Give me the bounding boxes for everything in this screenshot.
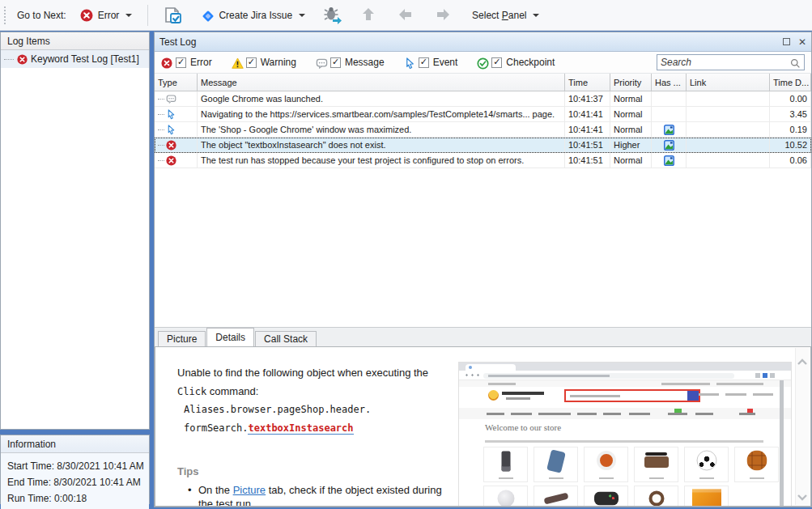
- go-back-button[interactable]: [390, 2, 424, 28]
- nav-badge-red: [747, 409, 753, 413]
- move-up-button[interactable]: [353, 2, 387, 28]
- message-checkbox[interactable]: [330, 57, 341, 68]
- cell-link: [687, 122, 770, 137]
- jira-icon: [201, 9, 214, 22]
- restore-icon[interactable]: [783, 38, 790, 45]
- intro-paragraph: [485, 440, 763, 443]
- tree-line: [158, 129, 164, 130]
- product-thumb-gift-card: [684, 486, 729, 507]
- log-table-empty-area: [155, 168, 811, 328]
- log-row-1[interactable]: Google Chrome was launched. 10:41:37 Nor…: [155, 91, 811, 107]
- cell-time-diff: 0.00: [770, 91, 811, 106]
- end-time: End Time: 8/30/2021 10:41 AM: [7, 474, 142, 490]
- tree-item-keyword-test-log[interactable]: Keyword Test Log [Test1]: [1, 50, 149, 68]
- scroll-down-icon[interactable]: [797, 490, 808, 498]
- search-input[interactable]: [661, 57, 790, 68]
- filter-warning: Warning: [232, 57, 296, 68]
- warning-checkbox[interactable]: [246, 57, 257, 68]
- log-table-header: Type Message Time Priority Has ... Link …: [155, 74, 811, 91]
- product-grid-row1: [483, 447, 779, 482]
- store-header-links: [699, 393, 773, 397]
- error-icon: [17, 54, 28, 65]
- click-command-code: Click: [177, 386, 206, 397]
- col-type[interactable]: Type: [155, 74, 198, 91]
- tab-details[interactable]: Details: [206, 328, 254, 346]
- tab-picture[interactable]: Picture: [158, 331, 206, 346]
- close-icon[interactable]: ✕: [798, 37, 806, 47]
- picture-tab-link[interactable]: Picture: [233, 484, 266, 496]
- favicon: [469, 366, 472, 369]
- information-panel: Information Start Time: 8/30/2021 10:41 …: [0, 435, 150, 504]
- col-priority[interactable]: Priority: [610, 74, 652, 91]
- product-thumb-phone: [483, 447, 528, 482]
- test-log-panel: Test Log ✕ Error Warning Message: [154, 32, 812, 507]
- cell-time-diff: 0.06: [770, 153, 811, 168]
- error-checkbox[interactable]: [176, 57, 186, 68]
- cell-link: [687, 107, 770, 121]
- post-summary-button[interactable]: [156, 2, 190, 28]
- col-time[interactable]: Time: [565, 74, 610, 91]
- create-jira-issue-button[interactable]: Create Jira Issue: [193, 5, 312, 26]
- url-text: [488, 375, 610, 377]
- main-toolbar: Go to Next: Error Create Jira Issue: [0, 0, 812, 31]
- run-time: Run Time: 0:00:18: [7, 490, 142, 507]
- picture-icon: [664, 125, 674, 135]
- tree-item-label: Keyword Test Log [Test1]: [31, 53, 139, 65]
- log-row-5[interactable]: The test run has stopped because your te…: [155, 153, 811, 168]
- cell-message: Google Chrome was launched.: [198, 91, 565, 106]
- log-row-4-selected[interactable]: The object "textboxInstasearch" does not…: [155, 138, 811, 153]
- arrow-up-icon: [360, 6, 380, 24]
- textbox-instasearch-link[interactable]: textboxInstasearch: [248, 422, 353, 435]
- product-thumb-bag: [634, 447, 678, 482]
- col-message[interactable]: Message: [198, 74, 565, 91]
- tree-line: [158, 145, 164, 146]
- tree-line: [158, 99, 164, 100]
- cell-priority: Higher: [610, 138, 652, 152]
- tips-title: Tips: [177, 465, 199, 477]
- chevron-down-icon: [533, 14, 539, 17]
- cell-time-diff: 10.52: [770, 138, 811, 152]
- store-search-box-highlighted: [564, 389, 700, 402]
- cell-priority: Normal: [610, 122, 652, 137]
- browser-nav-buttons: [464, 374, 480, 376]
- checkpoint-checkbox[interactable]: [491, 57, 502, 68]
- product-thumb-watch: [634, 486, 678, 507]
- go-to-next-label: Go to Next:: [14, 10, 70, 21]
- cell-has-picture: [652, 153, 687, 168]
- cell-time-diff: 3.45: [770, 107, 811, 121]
- cell-link: [687, 138, 770, 152]
- event-icon: [166, 125, 176, 135]
- go-forward-button[interactable]: [427, 2, 461, 28]
- col-time-diff[interactable]: Time D...: [770, 74, 811, 91]
- toolbar-separator: [147, 5, 148, 26]
- cell-has-picture: [652, 138, 687, 152]
- tab-call-stack[interactable]: Call Stack: [255, 331, 317, 346]
- log-row-3[interactable]: The 'Shop - Google Chrome' window was ma…: [155, 122, 811, 138]
- chevron-down-icon: [299, 14, 305, 17]
- checkpoint-filter-label: Checkpoint: [506, 57, 555, 68]
- error-filter-label: Error: [190, 57, 212, 68]
- col-link[interactable]: Link: [687, 74, 770, 91]
- toolbar-grip[interactable]: [3, 6, 7, 25]
- log-row-2[interactable]: Navigating to the https://services.smart…: [155, 107, 811, 122]
- store-nav-bar: [459, 408, 791, 419]
- col-has-picture[interactable]: Has ...: [652, 74, 687, 91]
- tree-line: [158, 114, 164, 115]
- create-jira-issue-label: Create Jira Issue: [219, 10, 292, 21]
- go-to-next-error-button[interactable]: Error: [73, 5, 140, 26]
- select-panel-button[interactable]: Select Panel: [465, 6, 546, 25]
- tips-list: On the Picture tab, check if the object …: [188, 483, 449, 507]
- error-icon: [166, 140, 176, 151]
- event-checkbox[interactable]: [419, 57, 429, 68]
- test-log-titlebar: Test Log ✕: [155, 32, 811, 52]
- cell-time: 10:41:51: [565, 153, 610, 168]
- scroll-up-icon[interactable]: [797, 354, 808, 363]
- product-thumb-ball: [483, 486, 528, 507]
- search-icon[interactable]: [790, 57, 801, 68]
- screenshot-thumbnail[interactable]: Welcome to our store Featured products: [458, 362, 792, 507]
- search-box: [657, 54, 805, 70]
- store-logo: [488, 390, 499, 401]
- arrow-right-icon: [435, 6, 454, 24]
- details-scrollbar[interactable]: [795, 348, 809, 505]
- report-bug-button[interactable]: [316, 2, 350, 28]
